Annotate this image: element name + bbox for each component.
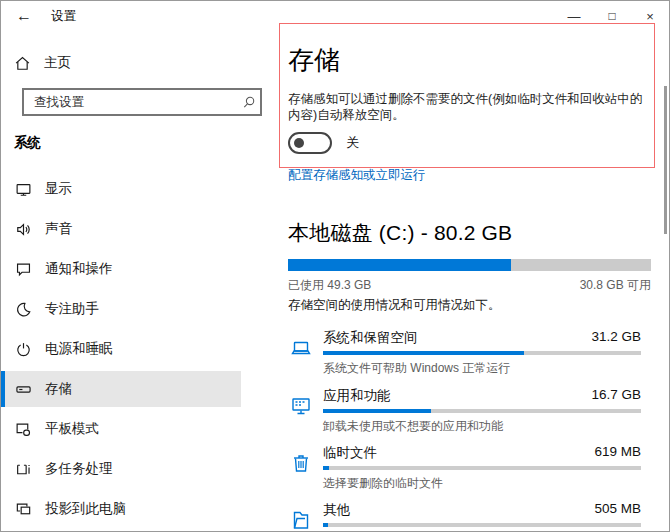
category-row-system-reserved[interactable]: 系统和保留空间 31.2 GB 系统文件可帮助 Windows 正常运行 bbox=[288, 323, 651, 381]
main-content: 存储 存储感知可以通过删除不需要的文件(例如临时文件和回收站中的内容)自动释放空… bbox=[288, 31, 651, 531]
laptop-icon bbox=[289, 336, 313, 360]
home-icon bbox=[14, 55, 31, 72]
sidebar-item-display[interactable]: 显示 bbox=[1, 171, 241, 207]
app-title: 设置 bbox=[51, 1, 76, 31]
search-icon bbox=[242, 95, 256, 109]
category-row-other[interactable]: 其他 505 MB 管理其他大型文件夹 bbox=[288, 495, 651, 532]
category-bar-fill bbox=[323, 351, 524, 355]
category-size: 31.2 GB bbox=[591, 329, 641, 347]
notifications-icon bbox=[15, 260, 33, 278]
category-description: 卸载未使用或不想要的应用和功能 bbox=[323, 418, 641, 435]
maximize-icon: □ bbox=[608, 9, 615, 23]
sidebar-item-label: 专注助手 bbox=[45, 300, 99, 318]
display-icon bbox=[15, 180, 33, 198]
tablet-mode-icon bbox=[15, 420, 33, 438]
sidebar-item-label: 通知和操作 bbox=[45, 260, 113, 278]
minimize-icon: — bbox=[568, 9, 581, 24]
minimize-button[interactable]: — bbox=[555, 1, 593, 31]
category-size: 16.7 GB bbox=[591, 387, 641, 405]
window-controls: — □ × bbox=[555, 1, 669, 31]
page-title: 存储 bbox=[288, 43, 340, 78]
disk-title: 本地磁盘 (C:) - 80.2 GB bbox=[288, 219, 512, 247]
toggle-state-label: 关 bbox=[346, 134, 359, 152]
sidebar-item-label: 多任务处理 bbox=[45, 460, 113, 478]
category-bar bbox=[323, 523, 641, 527]
category-name: 临时文件 bbox=[323, 444, 377, 462]
sidebar-item-storage[interactable]: 存储 bbox=[1, 371, 241, 407]
category-size: 619 MB bbox=[594, 444, 641, 462]
sidebar-item-focus-assist[interactable]: 专注助手 bbox=[1, 291, 241, 327]
close-icon: × bbox=[646, 9, 654, 24]
sidebar-item-label: 存储 bbox=[45, 380, 72, 398]
sidebar: 主页 系统 显示 bbox=[1, 31, 265, 531]
maximize-button[interactable]: □ bbox=[593, 1, 631, 31]
back-arrow-icon: ← bbox=[16, 7, 32, 25]
close-button[interactable]: × bbox=[631, 1, 669, 31]
disk-usage-bar bbox=[288, 259, 651, 271]
storage-sense-toggle[interactable] bbox=[288, 132, 332, 154]
sidebar-section-system: 系统 bbox=[14, 134, 41, 152]
usage-intro: 存储空间的使用情况和可用情况如下。 bbox=[288, 297, 501, 314]
category-name: 系统和保留空间 bbox=[323, 329, 418, 347]
category-bar bbox=[323, 351, 641, 355]
back-button[interactable]: ← bbox=[11, 4, 37, 28]
trash-icon bbox=[289, 451, 313, 475]
category-row-temporary-files[interactable]: 临时文件 619 MB 选择要删除的临时文件 bbox=[288, 438, 651, 496]
storage-icon bbox=[15, 380, 33, 398]
folder-icon bbox=[289, 508, 313, 532]
category-bar bbox=[323, 466, 641, 470]
category-row-apps-features[interactable]: 应用和功能 16.7 GB 卸载未使用或不想要的应用和功能 bbox=[288, 381, 651, 439]
focus-assist-icon bbox=[15, 300, 33, 318]
storage-sense-toggle-row: 关 bbox=[288, 132, 359, 154]
settings-window: ← 设置 — □ × 主页 bbox=[0, 0, 670, 532]
sidebar-item-home[interactable]: 主页 bbox=[1, 47, 254, 79]
disk-free-label: 30.8 GB 可用 bbox=[580, 277, 651, 294]
project-icon bbox=[15, 500, 33, 518]
configure-storage-sense-link[interactable]: 配置存储感知或立即运行 bbox=[288, 167, 426, 184]
category-size: 505 MB bbox=[594, 501, 641, 519]
disk-usage-labels: 已使用 49.3 GB 30.8 GB 可用 bbox=[288, 277, 651, 294]
multitasking-icon bbox=[15, 460, 33, 478]
search-input[interactable] bbox=[32, 94, 242, 110]
sidebar-item-tablet-mode[interactable]: 平板模式 bbox=[1, 411, 241, 447]
disk-used-label: 已使用 49.3 GB bbox=[288, 277, 371, 294]
sidebar-item-label: 显示 bbox=[45, 180, 72, 198]
titlebar: ← 设置 — □ × bbox=[1, 1, 669, 31]
sidebar-item-sound[interactable]: 声音 bbox=[1, 211, 241, 247]
category-bar-fill bbox=[323, 523, 328, 527]
category-bar-fill bbox=[323, 409, 431, 413]
sidebar-nav: 显示 声音 通知和操作 bbox=[1, 171, 241, 531]
sidebar-item-label: 声音 bbox=[45, 220, 72, 238]
sidebar-item-multitasking[interactable]: 多任务处理 bbox=[1, 451, 241, 487]
disk-usage-fill bbox=[288, 259, 511, 271]
sidebar-item-power-sleep[interactable]: 电源和睡眠 bbox=[1, 331, 241, 367]
search-box[interactable] bbox=[22, 88, 262, 116]
category-description: 选择要删除的临时文件 bbox=[323, 475, 641, 492]
toggle-knob bbox=[294, 138, 304, 148]
sidebar-item-projecting[interactable]: 投影到此电脑 bbox=[1, 491, 241, 527]
home-label: 主页 bbox=[44, 54, 71, 72]
sound-icon bbox=[15, 220, 33, 238]
category-name: 其他 bbox=[323, 501, 350, 519]
apps-icon bbox=[289, 394, 313, 418]
sidebar-item-label: 平板模式 bbox=[45, 420, 99, 438]
sidebar-item-label: 投影到此电脑 bbox=[45, 500, 126, 518]
category-description: 系统文件可帮助 Windows 正常运行 bbox=[323, 360, 641, 377]
storage-sense-description: 存储感知可以通过删除不需要的文件(例如临时文件和回收站中的内容)自动释放空间。 bbox=[288, 91, 651, 123]
category-name: 应用和功能 bbox=[323, 387, 391, 405]
category-bar bbox=[323, 409, 641, 413]
selected-accent-bar bbox=[1, 371, 5, 407]
sidebar-item-label: 电源和睡眠 bbox=[45, 340, 113, 358]
vertical-scrollbar[interactable] bbox=[664, 86, 667, 234]
power-icon bbox=[15, 340, 33, 358]
category-bar-fill bbox=[323, 466, 329, 470]
sidebar-item-notifications[interactable]: 通知和操作 bbox=[1, 251, 241, 287]
